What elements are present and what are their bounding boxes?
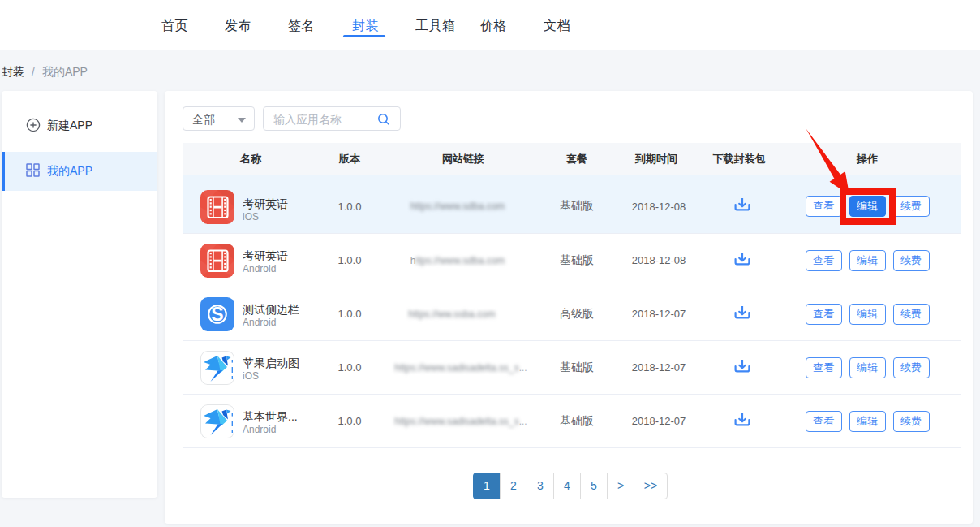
svg-text:S: S [211, 304, 223, 325]
